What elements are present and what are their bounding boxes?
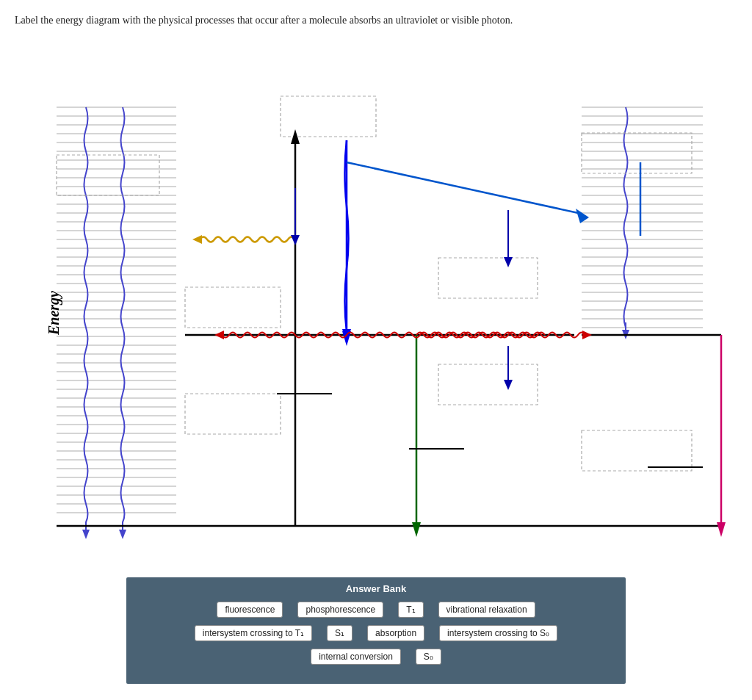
answer-bank: Answer Bank fluorescence phosphorescence… [126,577,626,684]
svg-rect-87 [185,394,281,434]
svg-rect-89 [438,258,538,298]
chip-absorption[interactable]: absorption [367,625,424,641]
svg-marker-99 [214,331,224,339]
svg-marker-98 [412,522,421,537]
chip-phosphorescence[interactable]: phosphorescence [297,602,383,618]
diagram-area: Energy [16,41,736,570]
svg-rect-91 [582,430,692,471]
jablonski-diagram: Energy [16,41,736,570]
svg-rect-88 [582,133,692,173]
chip-fluorescence[interactable]: fluorescence [217,602,283,618]
chip-vibrational-relaxation[interactable]: vibrational relaxation [438,602,535,618]
svg-marker-78 [119,530,126,539]
chip-t1[interactable]: T₁ [398,602,423,618]
answer-bank-row-3: internal conversion S₀ [141,649,611,665]
answer-bank-row-1: fluorescence phosphorescence T₁ vibratio… [141,602,611,618]
svg-marker-76 [82,530,90,539]
svg-marker-100 [582,331,592,339]
svg-marker-96 [342,329,351,344]
answer-bank-row-2: intersystem crossing to T₁ S₁ absorption… [141,625,611,641]
chip-internal-conversion[interactable]: internal conversion [311,649,401,665]
svg-rect-86 [185,287,281,328]
svg-marker-103 [291,235,300,245]
chip-intersystem-t1[interactable]: intersystem crossing to T₁ [195,625,312,641]
instructions-text: Label the energy diagram with the physic… [15,13,617,28]
chip-s1[interactable]: S₁ [327,625,352,641]
chip-intersystem-s0[interactable]: intersystem crossing to S₀ [439,625,557,641]
svg-rect-85 [57,155,159,195]
svg-line-108 [347,162,582,214]
svg-marker-112 [717,522,726,537]
answer-bank-title: Answer Bank [141,583,611,594]
chip-s0[interactable]: S₀ [416,649,441,665]
energy-axis-label: Energy [46,290,62,335]
svg-rect-90 [438,364,538,405]
svg-marker-101 [192,235,202,244]
